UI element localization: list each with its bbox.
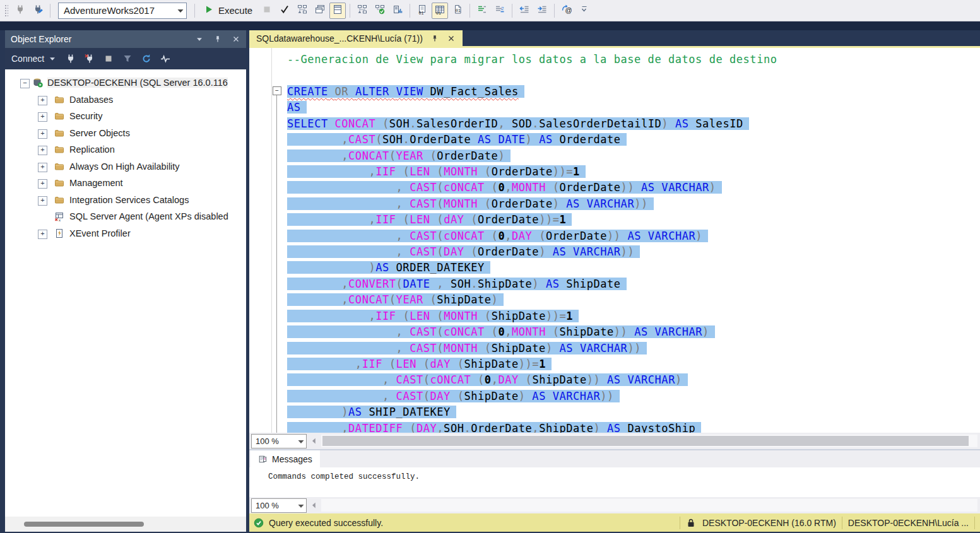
code-line[interactable]: , CAST(DAY (ShipDate) AS VARCHAR)) xyxy=(287,389,620,405)
uncomment-button[interactable]: 2 xyxy=(492,3,508,19)
results-to-file-button[interactable]: 01 xyxy=(449,3,466,19)
scroll-left-arrow-icon[interactable] xyxy=(310,435,319,447)
estimated-plan-button[interactable] xyxy=(294,3,310,19)
collapse-region-toggle[interactable]: − xyxy=(273,86,281,95)
code-line[interactable]: ,IIF (LEN (dAY (OrderDate))=1 xyxy=(287,212,572,228)
object-explorer-hscrollbar[interactable] xyxy=(5,517,246,532)
document-tab[interactable]: SQLdatawarehouse_...CKENH\Lucía (71)) xyxy=(249,30,463,46)
code-line[interactable]: , CAST(cONCAT (0,DAY (OrderDate)) AS VAR… xyxy=(287,228,708,245)
messages-icon xyxy=(258,455,267,464)
disconnect-icon[interactable] xyxy=(84,54,95,64)
code-line[interactable]: AS xyxy=(287,100,307,116)
increase-indent-button[interactable] xyxy=(534,3,550,19)
template-parameters-button[interactable]: @ xyxy=(558,3,575,19)
comment-button[interactable] xyxy=(474,3,490,19)
code-line[interactable]: ,IIF (LEN (MONTH (OrderDate))=1 xyxy=(287,164,586,180)
agent-icon: x xyxy=(54,211,66,223)
tree-item[interactable]: +Security xyxy=(5,109,246,126)
results-hscrollbar[interactable] xyxy=(321,499,977,512)
tree-item[interactable]: +XEvent Profiler xyxy=(5,226,246,243)
tree-item[interactable]: −DESKTOP-0ECKENH (SQL Server 16.0.116 xyxy=(5,76,246,93)
folder-icon xyxy=(54,178,66,189)
code-line[interactable]: SELECT CONCAT (SOH.SalesOrderID, SOD.Sal… xyxy=(287,116,749,132)
object-explorer-toolbar: Connect xyxy=(5,48,246,69)
expand-toggle[interactable]: + xyxy=(38,129,47,139)
scrollbar-thumb[interactable] xyxy=(322,436,969,446)
close-icon[interactable] xyxy=(447,34,456,43)
code-line[interactable]: , CAST(cONCAT (0,MONTH (ShipDate)) AS VA… xyxy=(287,324,715,341)
code-line[interactable]: ,IIF (LEN (MONTH (ShipDate))=1 xyxy=(287,308,579,325)
code-line[interactable]: ,DATEDIFF (DAY,SOH.OrderDate,ShipDate) A… xyxy=(287,421,701,433)
decrease-indent-button[interactable] xyxy=(516,3,533,19)
tree-item-label: SQL Server Agent (Agent XPs disabled xyxy=(69,211,228,221)
code-line[interactable]: --Generacion de View para migrar los dat… xyxy=(287,52,777,68)
code-editor[interactable]: − --Generacion de View para migrar los d… xyxy=(249,48,980,433)
folder-icon xyxy=(54,111,66,122)
expand-toggle[interactable]: + xyxy=(38,196,47,206)
tab-messages[interactable]: Messages xyxy=(251,450,320,467)
code-line[interactable]: ,CONCAT(YEAR (OrderDate) xyxy=(287,148,511,165)
code-line[interactable]: , CAST(MONTH (OrderDate) AS VARCHAR)) xyxy=(287,196,654,213)
code-line[interactable]: , CAST(MONTH (ShipDate) AS VARCHAR)) xyxy=(287,341,647,357)
code-line[interactable]: , CAST(cONCAT (0,MONTH (OrderDate)) AS V… xyxy=(287,180,722,196)
pin-icon[interactable] xyxy=(213,35,222,44)
expand-toggle[interactable]: + xyxy=(38,146,47,155)
query-options-button[interactable] xyxy=(312,3,328,19)
refresh-icon[interactable] xyxy=(141,54,151,64)
code-line[interactable]: , CAST(cONCAT (0,DAY (ShipDate)) AS VARC… xyxy=(287,372,688,389)
expand-toggle[interactable]: + xyxy=(38,179,47,189)
pin-icon[interactable] xyxy=(430,34,439,43)
client-stats-button[interactable] xyxy=(389,3,406,19)
results-to-text-button[interactable]: 01 xyxy=(414,3,430,19)
tree-item[interactable]: +Databases xyxy=(5,93,246,110)
live-query-stats-button[interactable] xyxy=(372,3,388,19)
tree-item[interactable]: +Always On High Availability xyxy=(5,160,246,177)
code-line[interactable]: ,CONCAT(YEAR (ShipDate) xyxy=(287,292,504,308)
editor-hscrollbar[interactable] xyxy=(321,435,977,447)
change-connection-button[interactable] xyxy=(30,3,46,19)
chevron-down-icon[interactable] xyxy=(175,6,186,16)
connect-menu-button[interactable]: Connect xyxy=(11,54,57,64)
activity-monitor-icon[interactable] xyxy=(160,54,170,64)
code-line[interactable]: )AS ORDER_DATEKEY xyxy=(287,260,490,276)
window-position-menu-icon[interactable] xyxy=(195,35,204,44)
results-to-grid-button[interactable]: 01 xyxy=(432,3,448,19)
collapse-toggle[interactable]: − xyxy=(20,79,30,88)
intellisense-toggle-button[interactable] xyxy=(329,3,346,19)
parse-button[interactable] xyxy=(276,3,293,19)
expand-toggle[interactable]: + xyxy=(38,230,47,239)
code-line[interactable]: ,CONVERT(DATE , SOH.ShipDate) AS ShipDat… xyxy=(287,276,627,293)
code-line[interactable]: ,CAST(SOH.OrderDate AS DATE) AS Orderdat… xyxy=(287,132,627,148)
pane-icon xyxy=(333,4,343,16)
actual-plan-button[interactable] xyxy=(354,3,370,19)
code-line[interactable]: , CAST(DAY (OrderDate) AS VARCHAR)) xyxy=(287,244,640,261)
expand-toggle[interactable]: + xyxy=(38,112,47,122)
file01-icon: 01 xyxy=(452,4,463,16)
tree-item[interactable]: +Replication xyxy=(5,143,246,160)
stop-icon[interactable] xyxy=(103,54,114,64)
cancel-query-button[interactable] xyxy=(259,3,275,19)
svg-text:x: x xyxy=(59,218,61,222)
connect-button[interactable] xyxy=(12,3,28,19)
database-combo[interactable]: AdventureWorks2017 xyxy=(58,3,187,19)
code-line[interactable]: )AS SHIP_DATEKEY xyxy=(287,404,456,421)
close-icon[interactable] xyxy=(232,35,240,44)
tree-item[interactable]: +Management xyxy=(5,176,246,193)
toolbar-overflow-button[interactable] xyxy=(576,3,593,19)
tree-item[interactable]: xSQL Server Agent (Agent XPs disabled xyxy=(5,209,246,226)
scrollbar-thumb[interactable] xyxy=(24,522,144,527)
scroll-left-arrow-icon[interactable] xyxy=(310,500,319,511)
zoom-combo[interactable]: 100 % xyxy=(251,498,307,513)
zoom-combo[interactable]: 100 % xyxy=(251,434,307,448)
code-line[interactable]: ,IIF (LEN (dAY (ShipDate))=1 xyxy=(287,356,552,373)
toolbar-separator xyxy=(350,4,350,18)
execute-button[interactable]: Execute xyxy=(199,4,257,16)
expand-toggle[interactable]: + xyxy=(38,163,47,172)
tree-item[interactable]: +Server Objects xyxy=(5,126,246,143)
filter-icon[interactable] xyxy=(122,54,133,64)
tree-item[interactable]: +Integration Services Catalogs xyxy=(5,193,246,210)
expand-toggle[interactable]: + xyxy=(38,96,47,105)
at-arrow-icon: @ xyxy=(562,4,572,16)
code-line[interactable]: CREATE OR ALTER VIEW DW_Fact_Sales xyxy=(287,84,524,100)
connect-object-explorer-icon[interactable] xyxy=(65,54,76,64)
